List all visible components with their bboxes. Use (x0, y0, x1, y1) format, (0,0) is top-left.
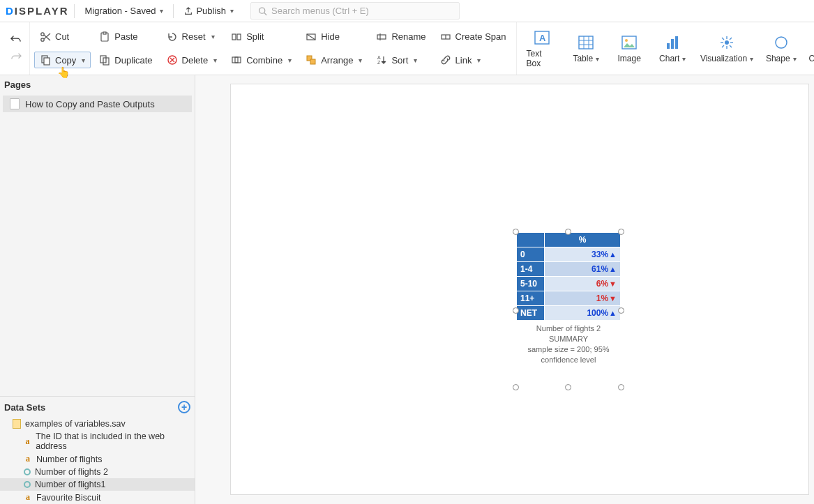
resize-handle[interactable] (513, 384, 519, 390)
dataset-file[interactable]: examples of variables.sav (0, 418, 195, 430)
add-dataset-button[interactable]: + (178, 401, 190, 413)
output-table[interactable]: % 033%▲ 1-461%▲ 5-106%▼ 11+1%▼ NET100%▲ (516, 232, 621, 321)
chevron-down-icon: ▾ (211, 33, 215, 40)
insert-textbox[interactable]: AText Box (527, 29, 559, 68)
link-button[interactable]: Link▾ (435, 52, 512, 68)
shape-icon (773, 35, 790, 50)
chevron-down-icon: ▾ (750, 55, 753, 63)
reset-button[interactable]: Reset▾ (161, 29, 223, 45)
svg-rect-11 (232, 34, 236, 40)
paste-button[interactable]: Paste (93, 29, 158, 45)
combine-button[interactable]: Combine▾ (225, 52, 297, 68)
link-icon (440, 54, 451, 66)
svg-text:A: A (377, 55, 381, 60)
svg-line-42 (730, 45, 732, 47)
row-header: 5-10 (517, 277, 545, 291)
textbox-icon: A (534, 30, 550, 45)
insert-table[interactable]: Table▾ (571, 33, 601, 63)
search-input[interactable] (271, 6, 452, 16)
variable-item[interactable]: Number of flights1 (0, 478, 195, 491)
svg-rect-17 (310, 59, 315, 64)
resize-handle[interactable] (565, 229, 571, 235)
chevron-down-icon: ▾ (596, 55, 599, 63)
document-menu[interactable]: Migration - Saved▾ (80, 3, 167, 19)
svg-rect-34 (671, 39, 674, 49)
resize-handle[interactable] (618, 384, 624, 390)
variable-item[interactable]: aFavourite Biscuit (0, 491, 195, 504)
split-icon (231, 31, 242, 43)
variable-item[interactable]: aNumber of flights (0, 452, 195, 466)
search-icon (258, 6, 267, 16)
variable-item[interactable]: Number of flights 2 (0, 466, 195, 478)
table-caption: Number of flights 2 SUMMARY sample size … (516, 321, 621, 367)
up-arrow-icon: ▲ (609, 250, 617, 259)
insert-visualization[interactable]: Visualization▾ (700, 33, 753, 63)
insert-shape[interactable]: Shape▾ (766, 33, 797, 63)
duplicate-button[interactable]: Duplicate (93, 52, 158, 68)
row-header: 1-4 (517, 262, 545, 277)
chevron-down-icon: ▾ (477, 56, 481, 64)
down-arrow-icon: ▼ (609, 280, 617, 288)
svg-point-2 (41, 38, 44, 41)
reset-icon (167, 31, 178, 43)
delete-button[interactable]: Delete▾ (161, 52, 223, 68)
chevron-down-icon: ▾ (213, 56, 217, 64)
text-var-icon: a (24, 492, 32, 503)
svg-line-41 (722, 38, 724, 40)
publish-button[interactable]: Publish▾ (179, 3, 238, 19)
upload-icon (183, 6, 193, 16)
svg-point-0 (259, 8, 265, 13)
cell: 100%▲ (545, 306, 621, 321)
insert-chart[interactable]: Chart▾ (657, 33, 688, 63)
resize-handle[interactable] (513, 307, 519, 314)
svg-rect-26 (579, 36, 593, 49)
datasets-title: Data Sets+ (0, 397, 195, 418)
arrange-button[interactable]: Arrange▾ (300, 52, 368, 68)
insert-image[interactable]: Image (614, 33, 645, 63)
redo-button[interactable] (10, 52, 22, 63)
svg-rect-5 (44, 58, 50, 65)
col-header: % (545, 233, 621, 247)
row-header: NET (517, 306, 545, 321)
copy-button[interactable]: Copy▾ (34, 52, 91, 68)
left-panel: Pages How to Copy and Paste Outputs Data… (0, 75, 195, 504)
svg-text:A: A (539, 33, 546, 43)
hide-button[interactable]: Hide (300, 29, 368, 45)
chart-icon (664, 35, 681, 50)
svg-point-32 (625, 39, 628, 42)
create-span-button[interactable]: Create Span (435, 29, 512, 45)
rename-button[interactable]: Rename (370, 29, 431, 45)
insert-calculation[interactable]: Calculation▾ (809, 33, 814, 63)
resize-handle[interactable] (618, 307, 624, 314)
chevron-down-icon: ▾ (230, 7, 234, 15)
svg-text:Z: Z (377, 60, 381, 65)
numeric-var-icon (24, 481, 31, 488)
svg-rect-33 (667, 43, 670, 49)
pages-list: How to Copy and Paste Outputs (0, 94, 195, 114)
chevron-down-icon: ▾ (82, 56, 85, 64)
cut-button[interactable]: Cut (34, 29, 91, 45)
numeric-var-icon (24, 468, 31, 475)
resize-handle[interactable] (565, 384, 571, 390)
svg-point-3 (41, 33, 44, 36)
svg-point-36 (725, 40, 729, 45)
variable-item[interactable]: aThe ID that is included in the web addr… (0, 430, 195, 452)
selected-table-object[interactable]: % 033%▲ 1-461%▲ 5-106%▼ 11+1%▼ NET100%▲ … (516, 232, 621, 367)
top-bar: DISPLAYR Migration - Saved▾ Publish▾ (0, 0, 814, 22)
cell: 61%▲ (545, 262, 621, 277)
cell: 1%▼ (545, 291, 621, 306)
undo-button[interactable] (10, 34, 22, 46)
resize-handle[interactable] (513, 229, 519, 235)
hide-icon (306, 31, 317, 43)
canvas[interactable]: % 033%▲ 1-461%▲ 5-106%▼ 11+1%▼ NET100%▲ … (195, 75, 814, 504)
row-header: 0 (517, 247, 545, 262)
resize-handle[interactable] (618, 229, 624, 235)
image-icon (621, 35, 638, 50)
svg-line-43 (730, 38, 732, 40)
duplicate-icon (99, 54, 110, 66)
split-button[interactable]: Split (225, 29, 297, 45)
search-menus[interactable] (250, 2, 460, 20)
page-item[interactable]: How to Copy and Paste Outputs (3, 96, 192, 112)
cell: 6%▼ (545, 277, 621, 291)
sort-button[interactable]: AZSort▾ (370, 52, 431, 68)
